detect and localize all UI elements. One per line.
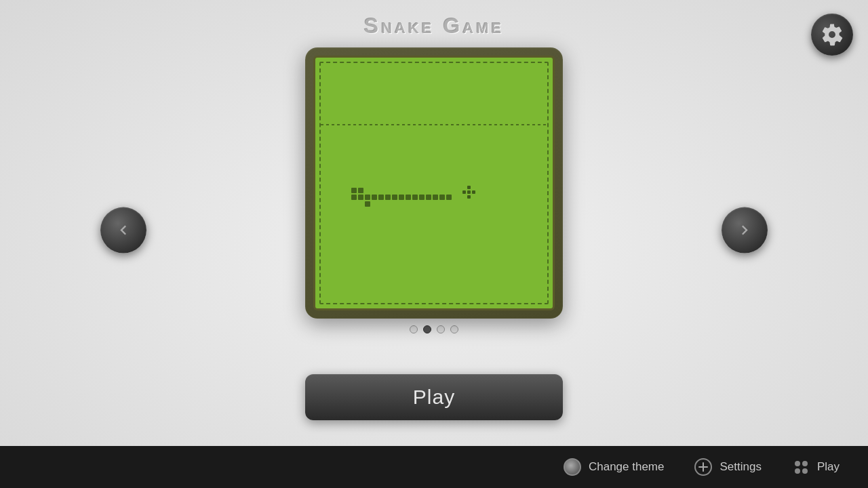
snake-segment	[399, 195, 404, 200]
food-item	[462, 186, 475, 199]
snake-segment	[365, 201, 370, 207]
prev-theme-button[interactable]	[100, 207, 146, 253]
snake-segment	[365, 195, 370, 200]
settings-label: Settings	[719, 460, 761, 474]
play-icon-wrapper	[791, 458, 810, 476]
dots-grid-icon	[792, 458, 810, 476]
snake-segment	[378, 195, 384, 200]
indicator-dot-4	[450, 325, 458, 333]
snake-segment	[351, 195, 357, 200]
snake-segment	[358, 188, 363, 193]
arrow-left-icon	[114, 221, 133, 240]
snake-segment	[358, 195, 363, 200]
snake-segment	[419, 195, 425, 200]
theme-indicator-dots	[305, 325, 563, 333]
snake-segment	[439, 195, 445, 200]
snake-segment	[351, 188, 357, 193]
theme-circle-icon	[564, 458, 581, 476]
settings-icon-wrapper	[694, 458, 713, 476]
settings-item[interactable]: Settings	[679, 446, 776, 488]
game-screen	[313, 56, 555, 310]
snake-segment	[385, 195, 391, 200]
gear-icon	[821, 23, 844, 46]
theme-icon-wrapper	[563, 458, 582, 476]
game-card	[305, 47, 563, 319]
plus-circle-icon	[694, 458, 712, 476]
snake-segment	[406, 195, 411, 200]
snake-segment	[426, 195, 431, 200]
snake-segment	[433, 195, 438, 200]
play-button[interactable]: Play	[305, 374, 563, 420]
arrow-right-icon	[735, 221, 754, 240]
snake-segment	[412, 195, 418, 200]
change-theme-item[interactable]: Change theme	[548, 446, 679, 488]
indicator-dot-1	[410, 325, 418, 333]
score-separator	[321, 124, 547, 125]
bottom-bar: Change theme Settings Play	[0, 446, 868, 488]
gear-settings-button[interactable]	[811, 14, 853, 56]
play-bottom-label: Play	[817, 460, 840, 474]
play-bottom-item[interactable]: Play	[776, 446, 854, 488]
snake-segment	[446, 195, 452, 200]
indicator-dot-2	[423, 325, 431, 333]
indicator-dot-3	[437, 325, 445, 333]
game-card-container	[305, 47, 563, 333]
page-title: Snake Game	[364, 14, 504, 39]
change-theme-label: Change theme	[589, 460, 665, 474]
snake-segment	[392, 195, 397, 200]
snake-body	[351, 188, 452, 208]
snake-segment	[372, 195, 377, 200]
next-theme-button[interactable]	[722, 207, 768, 253]
